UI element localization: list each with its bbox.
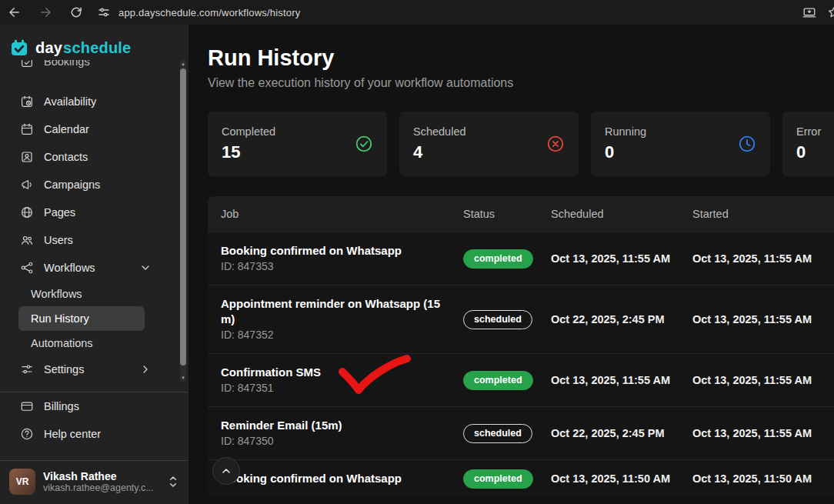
status-badge: completed	[463, 469, 533, 489]
back-icon[interactable]	[8, 5, 22, 19]
sidebar-nav: Bookings Availability Calendar Contacts …	[0, 60, 181, 383]
browser-chrome: app.dayschedule.com/workflows/history	[0, 0, 834, 25]
column-header-status: Status	[463, 208, 551, 220]
sidebar-item-help-center[interactable]: Help center	[0, 420, 188, 448]
sidebar-item-label: Workflows	[44, 262, 95, 274]
started-date: Oct 13, 2025, 11:55 AM	[692, 427, 834, 439]
table-row[interactable]: Confirmation SMS ID: 847351 completed Oc…	[208, 353, 834, 406]
job-cell: Appointment reminder on Whatsapp (15 m) …	[221, 285, 463, 353]
app-logo[interactable]: day schedule	[0, 25, 188, 60]
sidebar-bottom-section: Billings Help center VR Vikash Rathee vi…	[0, 392, 188, 504]
stats-cards: Completed 15 Scheduled 4 Running 0	[208, 112, 834, 176]
column-header-job: Job	[221, 208, 463, 220]
table-row[interactable]: Booking confirmed on Whatsapp completed …	[208, 459, 834, 497]
table-header: Job Status Scheduled Started	[208, 196, 834, 232]
user-info: Vikash Rathee vikash.rathee@agenty.c...	[43, 470, 154, 493]
sidebar-item-workflows[interactable]: Workflows	[0, 254, 181, 282]
sidebar-item-label: Campaigns	[44, 179, 100, 191]
sidebar: day schedule Bookings Availability Calen…	[0, 25, 188, 504]
campaigns-icon	[20, 178, 34, 192]
sidebar-subitem-automations[interactable]: Automations	[0, 331, 145, 355]
logo-text-day: day	[35, 39, 62, 57]
job-title: Booking confirmed on Whatsapp	[221, 471, 445, 486]
bookings-icon	[20, 60, 34, 68]
sidebar-scrollbar[interactable]: ▲ ▼	[180, 60, 186, 382]
job-cell: Booking confirmed on Whatsapp ID: 847353	[221, 232, 463, 285]
job-id: ID: 847353	[221, 259, 445, 274]
stat-value: 4	[413, 142, 466, 162]
stat-value: 0	[796, 142, 821, 162]
status-badge: completed	[463, 371, 533, 390]
status-badge: scheduled	[463, 424, 532, 443]
page-subtitle: View the execution history of your workf…	[208, 75, 834, 91]
scheduled-date: Oct 13, 2025, 11:50 AM	[551, 472, 692, 485]
user-email: vikash.rathee@agenty.c...	[43, 482, 154, 493]
sidebar-item-campaigns[interactable]: Campaigns	[0, 171, 181, 199]
chevron-up-icon	[220, 465, 232, 477]
users-icon	[20, 233, 34, 247]
job-id: ID: 847352	[221, 327, 445, 342]
user-name: Vikash Rathee	[43, 470, 154, 482]
clock-icon	[738, 135, 756, 153]
scrollbar-down-arrow[interactable]: ▼	[180, 374, 186, 382]
sidebar-item-label: Help center	[44, 428, 101, 440]
job-cell: Reminder Email (15m) ID: 847350	[221, 407, 463, 459]
logo-text-schedule: schedule	[63, 39, 131, 57]
table-row[interactable]: Reminder Email (15m) ID: 847350 schedule…	[208, 406, 834, 459]
sidebar-subitem-label: Workflows	[31, 288, 82, 300]
sidebar-item-contacts[interactable]: Contacts	[0, 143, 181, 171]
job-title: Confirmation SMS	[221, 365, 445, 380]
stat-value: 15	[222, 142, 275, 162]
sidebar-item-label: Users	[44, 234, 73, 246]
sidebar-item-calendar[interactable]: Calendar	[0, 115, 181, 143]
sidebar-item-label: Settings	[44, 363, 84, 375]
sidebar-item-label: Bookings	[44, 60, 90, 68]
send-to-device-icon[interactable]	[802, 5, 816, 19]
job-cell: Confirmation SMS ID: 847351	[221, 354, 463, 406]
site-info-icon[interactable]	[97, 5, 111, 19]
x-circle-icon	[546, 135, 565, 153]
stat-label: Scheduled	[413, 125, 466, 138]
scheduled-date: Oct 22, 2025, 2:45 PM	[551, 313, 692, 325]
scroll-to-top-button[interactable]	[212, 457, 240, 485]
scheduled-date: Oct 22, 2025, 2:45 PM	[551, 427, 692, 439]
table-row[interactable]: Booking confirmed on Whatsapp ID: 847353…	[208, 232, 834, 285]
browser-actions	[802, 0, 834, 25]
sidebar-item-pages[interactable]: Pages	[0, 199, 181, 226]
column-header-scheduled: Scheduled	[551, 208, 692, 220]
sidebar-item-label: Billings	[44, 400, 79, 412]
job-id: ID: 847351	[221, 380, 445, 396]
page-title: Run History	[208, 45, 834, 71]
stat-label: Running	[605, 125, 646, 138]
sidebar-item-users[interactable]: Users	[0, 226, 181, 254]
table-row[interactable]: Appointment reminder on Whatsapp (15 m) …	[208, 285, 834, 353]
address-bar[interactable]: app.dayschedule.com/workflows/history	[118, 7, 300, 18]
sidebar-item-billings[interactable]: Billings	[0, 392, 188, 420]
scrollbar-up-arrow[interactable]: ▲	[180, 60, 186, 68]
status-badge: scheduled	[463, 310, 532, 329]
reload-icon[interactable]	[69, 5, 83, 19]
chevron-down-icon	[139, 262, 152, 274]
sidebar-item-availability[interactable]: Availability	[0, 88, 181, 115]
calendar-icon	[20, 122, 34, 136]
stat-label: Error	[796, 125, 821, 138]
sidebar-subitem-workflows[interactable]: Workflows	[0, 282, 145, 306]
availability-icon	[20, 95, 34, 108]
sidebar-item-label: Contacts	[44, 151, 88, 163]
sidebar-item-settings[interactable]: Settings	[0, 355, 181, 383]
scheduled-date: Oct 13, 2025, 11:55 AM	[551, 374, 692, 386]
user-account-switcher[interactable]: VR Vikash Rathee vikash.rathee@agenty.c.…	[0, 460, 188, 504]
bookmark-star-icon[interactable]	[827, 5, 834, 19]
pages-globe-icon	[20, 205, 34, 219]
job-title: Appointment reminder on Whatsapp (15 m)	[221, 296, 445, 327]
sidebar-subitem-run-history[interactable]: Run History	[18, 306, 145, 331]
started-date: Oct 13, 2025, 11:55 AM	[692, 252, 834, 265]
sidebar-subitem-label: Automations	[31, 337, 93, 349]
forward-icon[interactable]	[38, 5, 52, 19]
started-date: Oct 13, 2025, 11:55 AM	[692, 374, 834, 386]
scrollbar-thumb[interactable]	[180, 68, 186, 365]
sidebar-item-bookings[interactable]: Bookings	[0, 60, 181, 75]
scheduled-date: Oct 13, 2025, 11:55 AM	[551, 252, 692, 265]
workflows-icon	[20, 261, 34, 275]
job-title: Reminder Email (15m)	[221, 418, 445, 433]
